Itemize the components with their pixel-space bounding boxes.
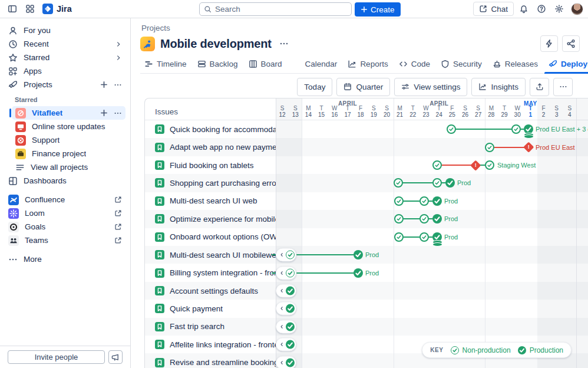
non-production-deployment-icon[interactable] (419, 214, 429, 224)
offscreen-deployments-pill[interactable] (276, 266, 296, 280)
non-production-deployment-icon[interactable] (394, 232, 404, 242)
today-button[interactable]: Today (297, 78, 332, 96)
sidebar-app-goals[interactable]: Goals (5, 220, 125, 234)
issue-label[interactable]: Quick booking for accommodations (145, 120, 276, 138)
sidebar-project-support[interactable]: Support (12, 133, 125, 147)
plus-icon[interactable] (100, 109, 108, 117)
production-deployment-icon[interactable] (432, 196, 442, 206)
tab-code[interactable]: Code (395, 54, 434, 73)
issue-label[interactable]: Fast trip search (145, 318, 276, 336)
sidebar-item-apps[interactable]: Apps (5, 64, 125, 78)
profile-button[interactable] (569, 1, 584, 17)
export-button[interactable] (530, 78, 549, 96)
production-deployment-icon[interactable] (354, 250, 363, 259)
sidebar-item-dashboards[interactable]: Dashboards (5, 174, 125, 188)
non-production-deployment-icon[interactable] (394, 178, 403, 188)
non-production-deployment-icon[interactable] (511, 124, 521, 134)
sidebar-toggle-button[interactable] (5, 1, 20, 17)
production-deployment-icon[interactable] (432, 232, 442, 242)
sidebar-app-loom[interactable]: Loom (5, 206, 125, 220)
non-production-deployment-icon[interactable] (485, 160, 494, 170)
more-dots-icon[interactable] (114, 81, 122, 89)
tab-backlog[interactable]: Backlog (193, 54, 242, 73)
breadcrumb[interactable]: Projects (141, 24, 170, 32)
failed-deployment-icon[interactable]: ! (470, 160, 481, 170)
tab-calendar[interactable]: Calendar (289, 54, 342, 73)
sidebar-project-online-store-updates[interactable]: Online store updates (12, 120, 125, 133)
production-deployment-icon[interactable] (432, 214, 442, 224)
sidebar-item-more[interactable]: More (5, 252, 125, 266)
issue-label[interactable]: Revise and streamline booking flow (145, 353, 276, 368)
automation-button[interactable] (540, 35, 558, 52)
issue-label[interactable]: Account settings defaults (145, 282, 276, 300)
tab-deployments[interactable]: Deployments (544, 54, 588, 73)
offscreen-deployments-pill[interactable] (276, 284, 296, 298)
tab-reports[interactable]: Reports (343, 54, 392, 73)
view-settings-button[interactable]: View settings (394, 78, 467, 96)
settings-button[interactable] (551, 1, 567, 17)
issue-label[interactable]: Multi-dest search UI mobileweb (145, 246, 276, 264)
non-production-deployment-icon[interactable] (394, 196, 404, 206)
tab-releases[interactable]: Releases (488, 54, 542, 73)
sidebar-item-recent[interactable]: Recent (5, 37, 125, 51)
production-deployment-icon[interactable] (286, 304, 295, 313)
invite-people-button[interactable]: Invite people (8, 350, 105, 364)
create-button[interactable]: Create (355, 2, 401, 17)
tab-security[interactable]: Security (437, 54, 486, 73)
offscreen-deployments-pill[interactable] (276, 248, 296, 262)
non-production-deployment-icon[interactable] (394, 214, 404, 224)
non-production-deployment-icon[interactable] (485, 143, 494, 152)
non-production-deployment-icon[interactable] (419, 196, 429, 206)
non-production-deployment-icon[interactable] (432, 160, 442, 170)
issue-label[interactable]: Fluid booking on tablets (145, 156, 276, 174)
share-button[interactable] (562, 35, 580, 52)
sidebar-app-teams[interactable]: Teams (5, 234, 125, 247)
failed-deployment-icon[interactable]: ! (523, 142, 534, 153)
sidebar-project-finance-project[interactable]: Finance project (12, 147, 125, 160)
tab-timeline[interactable]: Timeline (140, 54, 191, 73)
sidebar-item-for-you[interactable]: For you (5, 24, 125, 37)
sidebar-app-confluence[interactable]: Confluence (5, 193, 125, 206)
insights-button[interactable]: Insights (471, 78, 526, 96)
issue-label[interactable]: Optimize experience for mobile web (145, 210, 276, 228)
search-box[interactable] (199, 2, 352, 16)
production-deployment-icon[interactable] (286, 287, 295, 295)
production-deployment-icon[interactable] (354, 268, 363, 278)
tab-board[interactable]: Board (245, 54, 286, 73)
help-button[interactable] (534, 1, 549, 17)
non-production-deployment-icon[interactable] (447, 124, 456, 134)
issue-label[interactable]: Shopping cart purchasing error - quick f… (145, 174, 276, 192)
sidebar-item-view-all-projects[interactable]: View all projects (12, 160, 125, 174)
non-production-deployment-icon[interactable] (286, 251, 295, 259)
offscreen-deployments-pill[interactable] (276, 356, 296, 368)
sidebar-project-vitafleet[interactable]: Vitafleet (12, 106, 125, 120)
issue-label[interactable]: Adapt web app no new payments provider (145, 138, 276, 156)
sidebar-item-projects[interactable]: Projects (5, 78, 125, 91)
non-production-deployment-icon[interactable] (432, 178, 442, 188)
feedback-button[interactable] (108, 350, 123, 364)
issue-label[interactable]: Quick payment (145, 300, 276, 317)
sidebar-item-starred[interactable]: Starred (5, 51, 125, 64)
production-deployment-icon[interactable] (286, 322, 295, 331)
production-deployment-icon[interactable] (524, 124, 533, 134)
project-more-button[interactable] (277, 37, 291, 51)
more-dots-icon[interactable] (114, 109, 122, 117)
issue-label[interactable]: Affelite links integration - frontend (145, 336, 276, 353)
chat-button[interactable]: Chat (473, 2, 514, 16)
production-deployment-icon[interactable] (286, 358, 295, 367)
offscreen-deployments-pill[interactable] (276, 302, 296, 316)
app-switcher-button[interactable] (22, 1, 38, 17)
notifications-button[interactable] (516, 1, 531, 17)
plus-icon[interactable] (100, 81, 108, 88)
non-production-deployment-icon[interactable] (419, 232, 429, 242)
jira-home-link[interactable]: Jira (40, 4, 74, 14)
toolbar-more-button[interactable] (553, 78, 573, 96)
quarter-button[interactable]: Quarter (336, 78, 390, 96)
non-production-deployment-icon[interactable] (286, 268, 295, 277)
offscreen-deployments-pill[interactable] (276, 320, 296, 333)
issue-label[interactable]: Multi-dest search UI web (145, 192, 276, 210)
search-input[interactable] (215, 5, 347, 14)
issue-label[interactable]: Billing system integration - frontend (145, 264, 276, 281)
issue-label[interactable]: Onboard workout options (OWO) (145, 228, 276, 246)
production-deployment-icon[interactable] (286, 340, 295, 349)
